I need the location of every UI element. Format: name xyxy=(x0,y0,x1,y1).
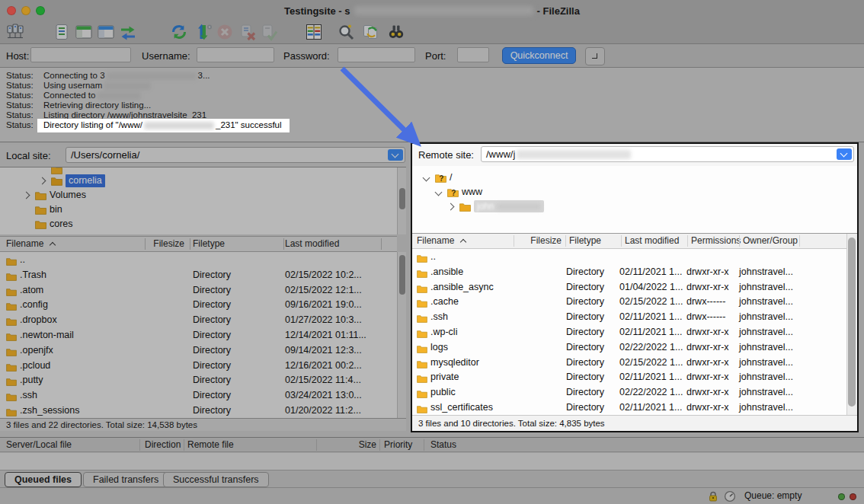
column-header-filename[interactable]: Filename xyxy=(417,234,466,248)
transfer-queue-icon[interactable] xyxy=(119,23,137,41)
tab-successful-transfers[interactable]: Successful transfers xyxy=(163,472,269,487)
chevron-right-icon[interactable] xyxy=(39,177,46,185)
port-input[interactable] xyxy=(457,47,489,62)
column-divider[interactable] xyxy=(316,439,317,451)
remote-site-combobox[interactable]: /www/j xyxy=(481,146,854,162)
tree-item-[interactable]: ? / xyxy=(412,171,857,185)
column-divider[interactable] xyxy=(621,235,622,247)
column-header-filesize[interactable]: Filesize xyxy=(146,237,184,251)
lock-icon[interactable] xyxy=(707,490,719,502)
file-row-ansible[interactable]: .ansibleDirectory02/11/2021 1...drwxr-xr… xyxy=(412,264,846,279)
quickconnect-bar: Host: Username: Password: Port: Quickcon… xyxy=(0,44,864,68)
chevron-right-icon[interactable] xyxy=(23,192,30,199)
file-row-dropbox[interactable]: .dropboxDirectory01/27/2022 10:3... xyxy=(0,312,397,327)
synchronized-browsing-icon[interactable] xyxy=(361,23,379,41)
column-divider[interactable] xyxy=(381,238,382,250)
column-header-filetype[interactable]: Filetype xyxy=(569,234,601,248)
file-row-newton-mail[interactable]: .newton-mailDirectory12/14/2021 01:11... xyxy=(0,327,397,343)
refresh-icon[interactable] xyxy=(170,23,188,41)
column-header-last-modified[interactable]: Last modified xyxy=(285,237,339,251)
file-row-private[interactable]: privateDirectory02/11/2021 1...drwxr-xr-… xyxy=(412,369,846,384)
chevron-down-icon[interactable] xyxy=(435,189,443,196)
directory-comparison-icon[interactable] xyxy=(305,23,323,41)
username-input[interactable] xyxy=(197,47,274,62)
local-tree-icon[interactable] xyxy=(75,23,93,41)
column-divider[interactable] xyxy=(139,439,140,451)
file-name: .. xyxy=(20,252,25,267)
column-header-filesize[interactable]: Filesize xyxy=(517,234,562,248)
column-header-permissions[interactable]: Permissions xyxy=(691,234,741,248)
tree-item-john[interactable]: john xyxy=(412,199,857,214)
file-row-public[interactable]: publicDirectory02/22/2022 1...drwxr-xr-x… xyxy=(412,384,846,400)
file-row-atom[interactable]: .atomDirectory02/15/2022 12:1... xyxy=(0,282,397,298)
file-row-openjfx[interactable]: .openjfxDirectory09/14/2021 12:3... xyxy=(0,343,397,358)
column-divider[interactable] xyxy=(283,238,284,250)
column-divider[interactable] xyxy=(184,439,184,451)
message-log-icon[interactable] xyxy=(53,23,71,41)
tree-item-cores[interactable]: cores xyxy=(0,217,397,231)
column-header-direction[interactable]: Direction xyxy=(145,438,181,451)
local-list-scrollbar-thumb[interactable] xyxy=(399,255,405,295)
column-header-server-local-file[interactable]: Server/Local file xyxy=(6,438,72,451)
local-tree-scrollbar-thumb[interactable] xyxy=(399,188,405,209)
column-divider[interactable] xyxy=(687,235,688,247)
column-header-filename[interactable]: Filename xyxy=(6,237,55,251)
file-row-ssh[interactable]: .sshDirectory02/11/2021 1...drwx------jo… xyxy=(412,309,846,324)
remote-list-scrollbar-thumb[interactable] xyxy=(848,238,856,407)
file-row-ansible-async[interactable]: .ansible_asyncDirectory01/04/2022 1...dr… xyxy=(412,279,846,295)
tree-item-bin[interactable]: bin xyxy=(0,203,397,217)
file-name: .ansible_async xyxy=(430,279,494,295)
file-row-ssl-certificates[interactable]: ssl_certificatesDirectory02/11/2021 1...… xyxy=(412,400,846,415)
column-divider[interactable] xyxy=(799,235,800,247)
file-row-cache[interactable]: .cacheDirectory02/15/2022 1...drwx------… xyxy=(412,294,846,309)
site-manager-icon[interactable] xyxy=(6,23,24,41)
file-row-[interactable]: .. xyxy=(0,252,397,267)
column-header-owner-group[interactable]: Owner/Group xyxy=(743,234,798,248)
tree-item-www[interactable]: ? www xyxy=(412,185,857,199)
process-queue-icon[interactable] xyxy=(195,23,213,41)
password-input[interactable] xyxy=(338,47,415,62)
column-header-status[interactable]: Status xyxy=(430,438,456,451)
tree-item-cornelia[interactable]: cornelia xyxy=(0,174,397,188)
file-row-zsh-sessions[interactable]: .zsh_sessionsDirectory01/20/2022 11:2... xyxy=(0,403,397,418)
column-header-filetype[interactable]: Filetype xyxy=(193,237,225,251)
column-divider[interactable] xyxy=(565,235,566,247)
file-row-config[interactable]: .configDirectory09/16/2021 19:0... xyxy=(0,297,397,312)
tab-queued-files[interactable]: Queued files xyxy=(5,472,82,487)
quickconnect-button[interactable]: Quickconnect xyxy=(502,47,576,64)
file-owner-group: johnstravel... xyxy=(739,294,793,309)
remote-site-dropdown-button[interactable] xyxy=(837,148,852,160)
tree-item-volumes[interactable]: Volumes xyxy=(0,188,397,203)
file-row-mysqleditor[interactable]: mysqleditorDirectory02/15/2022 1...drwxr… xyxy=(412,355,846,370)
column-divider[interactable] xyxy=(190,238,190,250)
file-row-trash[interactable]: .TrashDirectory02/15/2022 10:2... xyxy=(0,267,397,282)
column-header-size[interactable]: Size xyxy=(320,438,376,451)
column-divider[interactable] xyxy=(379,439,380,451)
file-row-putty[interactable]: .puttyDirectory02/15/2022 11:4... xyxy=(0,372,397,388)
file-row-[interactable]: .. xyxy=(412,249,846,264)
file-row-ssh[interactable]: .sshDirectory03/24/2021 13:0... xyxy=(0,388,397,403)
find-files-icon[interactable] xyxy=(387,23,405,41)
column-header-last-modified[interactable]: Last modified xyxy=(625,234,679,248)
file-row-wp-cli[interactable]: .wp-cliDirectory02/11/2021 1...drwxr-xr-… xyxy=(412,324,846,340)
column-divider[interactable] xyxy=(514,235,514,247)
column-header-remote-file[interactable]: Remote file xyxy=(187,438,234,451)
local-site-combobox[interactable]: /Users/cornelia/ xyxy=(66,147,405,163)
remote-tree-icon[interactable] xyxy=(97,23,115,41)
column-divider[interactable] xyxy=(145,238,146,250)
file-row-pcloud[interactable]: .pcloudDirectory12/16/2021 00:2... xyxy=(0,358,397,373)
local-site-dropdown-button[interactable] xyxy=(388,149,403,161)
column-header-priority[interactable]: Priority xyxy=(384,438,412,451)
column-divider[interactable] xyxy=(424,439,424,451)
chevron-right-icon[interactable] xyxy=(447,203,455,211)
chevron-down-icon[interactable] xyxy=(423,174,430,182)
file-row-logs[interactable]: logsDirectory02/22/2022 1...drwxr-xr-xjo… xyxy=(412,340,846,355)
tab-failed-transfers[interactable]: Failed transfers xyxy=(83,472,168,487)
host-input[interactable] xyxy=(30,47,131,62)
file-name: .config xyxy=(20,297,48,312)
quickconnect-dropdown-button[interactable] xyxy=(585,47,605,65)
column-divider[interactable] xyxy=(739,235,740,247)
file-permissions: drwxr-xr-x xyxy=(686,264,729,279)
file-name: private xyxy=(430,369,459,384)
filter-icon[interactable] xyxy=(337,23,355,41)
